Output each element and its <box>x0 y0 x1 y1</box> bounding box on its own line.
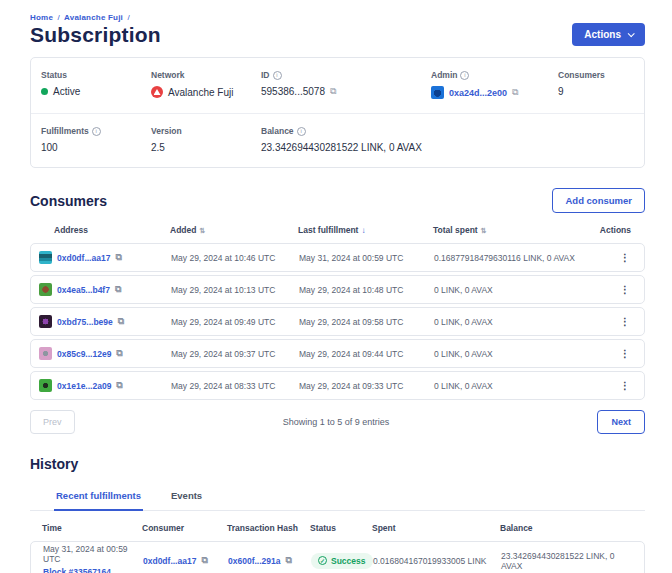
consumer-address-link[interactable]: 0xd0df...aa17 <box>143 556 196 566</box>
consumer-avatar <box>39 347 52 360</box>
status-text: Success <box>331 556 366 566</box>
sort-icon[interactable]: ⇅ <box>199 227 205 234</box>
subscription-page: Home / Avalanche Fuji / Subscription Act… <box>0 0 672 573</box>
actions-button[interactable]: Actions <box>572 23 645 46</box>
consumer-address-link[interactable]: 0xd0df...aa17 <box>57 253 110 263</box>
balance-field: Balancei 23.342694430281522 LINK, 0 AVAX <box>261 126 634 153</box>
block-link[interactable]: Block #33567164 <box>43 567 111 573</box>
avalanche-logo-icon <box>151 86 163 98</box>
col-time: Time <box>42 523 142 533</box>
consumer-row: 0x1e1e...2a09⧉ May 29, 2024 at 08:33 UTC… <box>30 371 645 400</box>
row-actions-menu-icon[interactable]: ⋮ <box>584 348 630 359</box>
fulfillments-field: Fulfillmentsi 100 <box>41 126 151 153</box>
network-label: Network <box>151 70 261 80</box>
total-spent-cell: 0 LINK, 0 AVAX <box>434 317 584 327</box>
id-label: ID <box>261 70 270 80</box>
copy-icon[interactable]: ⧉ <box>512 88 518 97</box>
chevron-down-icon <box>628 30 635 37</box>
tab-events[interactable]: Events <box>169 484 204 510</box>
consumers-section-title: Consumers <box>30 193 107 209</box>
consumer-avatar <box>39 315 52 328</box>
admin-field: Admini 0xa24d...2e00⧉ <box>431 70 558 99</box>
check-icon: ✓ <box>318 556 327 565</box>
col-status: Status <box>310 523 372 533</box>
added-cell: May 29, 2024 at 10:46 UTC <box>171 253 299 263</box>
last-fulfillment-cell: May 29, 2024 at 09:58 UTC <box>299 317 434 327</box>
admin-label: Admin <box>431 70 457 80</box>
balance-label: Balance <box>261 126 294 136</box>
consumer-avatar <box>39 251 52 264</box>
history-section-title: History <box>30 456 645 472</box>
last-fulfillment-cell: May 29, 2024 at 09:33 UTC <box>299 381 434 391</box>
spent-cell: 0.016804167019933005 LINK <box>373 556 501 566</box>
col-total-spent[interactable]: Total spent <box>433 225 478 235</box>
history-row: May 31, 2024 at 00:59 UTC Block #3356716… <box>30 541 645 573</box>
copy-icon[interactable]: ⧉ <box>201 556 207 565</box>
status-field: Status Active <box>41 70 151 99</box>
consumer-address-link[interactable]: 0x4ea5...b4f7 <box>57 285 110 295</box>
fulfillments-value: 100 <box>41 142 151 153</box>
copy-icon[interactable]: ⧉ <box>116 381 122 390</box>
add-consumer-button[interactable]: Add consumer <box>552 188 645 213</box>
status-value: Active <box>53 86 80 97</box>
consumer-address-link[interactable]: 0xbd75...be9e <box>57 317 113 327</box>
history-table-header: Time Consumer Transaction Hash Status Sp… <box>30 511 645 541</box>
prev-button[interactable]: Prev <box>30 410 75 434</box>
pagination-summary: Showing 1 to 5 of 9 entries <box>283 417 390 427</box>
transaction-hash-link[interactable]: 0x600f...291a <box>228 556 280 566</box>
col-address: Address <box>54 225 170 235</box>
col-transaction-hash: Transaction Hash <box>227 523 310 533</box>
consumer-avatar <box>39 283 52 296</box>
balance-value: 23.342694430281522 LINK, 0 AVAX <box>261 142 634 153</box>
breadcrumb-separator: / <box>57 13 59 22</box>
consumers-value: 9 <box>558 86 634 97</box>
breadcrumb-separator: / <box>127 13 129 22</box>
info-icon[interactable]: i <box>92 127 101 136</box>
row-actions-menu-icon[interactable]: ⋮ <box>584 284 630 295</box>
sort-icon[interactable]: ⇅ <box>481 227 487 234</box>
last-fulfillment-cell: May 31, 2024 at 00:59 UTC <box>299 253 434 263</box>
status-dot-icon <box>41 88 48 95</box>
consumer-address-link[interactable]: 0x1e1e...2a09 <box>57 381 111 391</box>
row-actions-menu-icon[interactable]: ⋮ <box>584 380 630 391</box>
info-icon[interactable]: i <box>273 71 282 80</box>
admin-address-link[interactable]: 0xa24d...2e00 <box>449 88 507 98</box>
actions-button-label: Actions <box>584 29 621 40</box>
info-icon[interactable]: i <box>297 127 306 136</box>
col-last-fulfillment[interactable]: Last fulfillment <box>298 225 358 235</box>
network-value: Avalanche Fuji <box>168 87 233 98</box>
status-label: Status <box>41 70 151 80</box>
network-field: Network Avalanche Fuji <box>151 70 261 99</box>
breadcrumb-network-link[interactable]: Avalanche Fuji <box>64 13 123 22</box>
consumer-address-link[interactable]: 0x85c9...12e9 <box>57 349 111 359</box>
copy-icon[interactable]: ⧉ <box>115 285 121 294</box>
copy-icon[interactable]: ⧉ <box>115 253 121 262</box>
col-consumer: Consumer <box>142 523 227 533</box>
id-value: 595386...5078 <box>261 86 325 97</box>
last-fulfillment-cell: May 29, 2024 at 10:48 UTC <box>299 285 434 295</box>
copy-icon[interactable]: ⧉ <box>330 87 336 96</box>
col-spent: Spent <box>372 523 500 533</box>
row-actions-menu-icon[interactable]: ⋮ <box>584 316 630 327</box>
next-button[interactable]: Next <box>597 410 645 434</box>
copy-icon[interactable]: ⧉ <box>285 556 291 565</box>
total-spent-cell: 0.16877918479630116 LINK, 0 AVAX <box>434 253 584 263</box>
breadcrumb: Home / Avalanche Fuji / <box>30 13 645 22</box>
breadcrumb-home-link[interactable]: Home <box>30 13 53 22</box>
consumer-row: 0xd0df...aa17⧉ May 29, 2024 at 10:46 UTC… <box>30 243 645 272</box>
total-spent-cell: 0 LINK, 0 AVAX <box>434 381 584 391</box>
row-actions-menu-icon[interactable]: ⋮ <box>584 252 630 263</box>
consumer-row: 0x4ea5...b4f7⧉ May 29, 2024 at 10:13 UTC… <box>30 275 645 304</box>
col-added[interactable]: Added <box>170 225 196 235</box>
copy-icon[interactable]: ⧉ <box>116 349 122 358</box>
subscription-overview-card: Status Active Network Avalanche Fuji IDi… <box>30 57 645 168</box>
added-cell: May 29, 2024 at 09:37 UTC <box>171 349 299 359</box>
col-balance: Balance <box>500 523 631 533</box>
tab-recent-fulfillments[interactable]: Recent fulfillments <box>54 484 143 511</box>
added-cell: May 29, 2024 at 09:49 UTC <box>171 317 299 327</box>
consumers-field: Consumers 9 <box>558 70 634 99</box>
info-icon[interactable]: i <box>460 71 469 80</box>
version-field: Version 2.5 <box>151 126 261 153</box>
copy-icon[interactable]: ⧉ <box>118 317 124 326</box>
sort-desc-icon[interactable]: ↓ <box>361 226 365 235</box>
